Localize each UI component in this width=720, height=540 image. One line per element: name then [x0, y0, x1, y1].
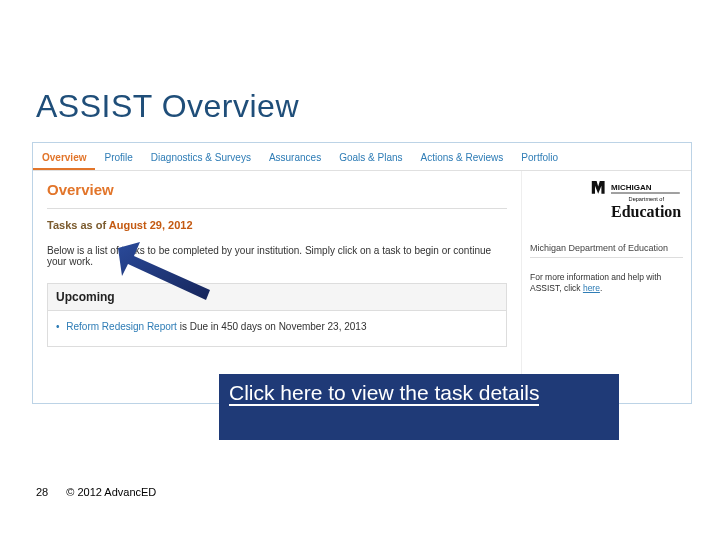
slide-title: ASSIST Overview	[36, 88, 299, 125]
upcoming-heading: Upcoming	[48, 284, 506, 311]
tab-bar: Overview Profile Diagnostics & Surveys A…	[33, 143, 691, 171]
tab-goals[interactable]: Goals & Plans	[330, 146, 411, 170]
sidebar-divider	[530, 257, 683, 258]
mde-logo: MICHIGAN Department of Education	[530, 177, 683, 239]
sidebar-help: For more information and help with ASSIS…	[530, 272, 683, 294]
tasks-as-of: Tasks as of August 29, 2012	[47, 219, 507, 231]
copyright: © 2012 AdvancED	[66, 486, 156, 498]
task-due-text: is Due in 450 days on November 23, 2013	[177, 321, 367, 332]
sidebar: MICHIGAN Department of Education Michiga…	[521, 171, 691, 403]
sidebar-caption: Michigan Department of Education	[530, 243, 683, 255]
upcoming-task-row: • Reform Redesign Report is Due in 450 d…	[48, 311, 506, 346]
tasks-date: August 29, 2012	[109, 219, 193, 231]
help-link[interactable]: here	[583, 283, 600, 293]
tab-assurances[interactable]: Assurances	[260, 146, 330, 170]
logo-text-main: Education	[611, 203, 681, 220]
tab-diagnostics[interactable]: Diagnostics & Surveys	[142, 146, 260, 170]
section-heading: Overview	[47, 181, 507, 198]
tab-portfolio[interactable]: Portfolio	[512, 146, 567, 170]
tasks-prefix: Tasks as of	[47, 219, 109, 231]
upcoming-panel: Upcoming • Reform Redesign Report is Due…	[47, 283, 507, 347]
page-number: 28	[36, 486, 48, 498]
slide-footer: 28 © 2012 AdvancED	[36, 486, 156, 498]
logo-text-sub: Department of	[629, 196, 665, 202]
tab-profile[interactable]: Profile	[95, 146, 141, 170]
task-link[interactable]: Reform Redesign Report	[66, 321, 177, 332]
callout-box: Click here to view the task details	[219, 374, 619, 440]
callout-text: Click here to view the task details	[229, 381, 539, 406]
tab-overview[interactable]: Overview	[33, 146, 95, 170]
logo-text-top: MICHIGAN	[611, 183, 652, 192]
tab-actions[interactable]: Actions & Reviews	[412, 146, 513, 170]
divider	[47, 208, 507, 209]
main-content: Overview Tasks as of August 29, 2012 Bel…	[33, 171, 521, 403]
app-screenshot: Overview Profile Diagnostics & Surveys A…	[32, 142, 692, 404]
intro-text: Below is a list of tasks to be completed…	[47, 245, 507, 267]
bullet-icon: •	[56, 321, 60, 332]
